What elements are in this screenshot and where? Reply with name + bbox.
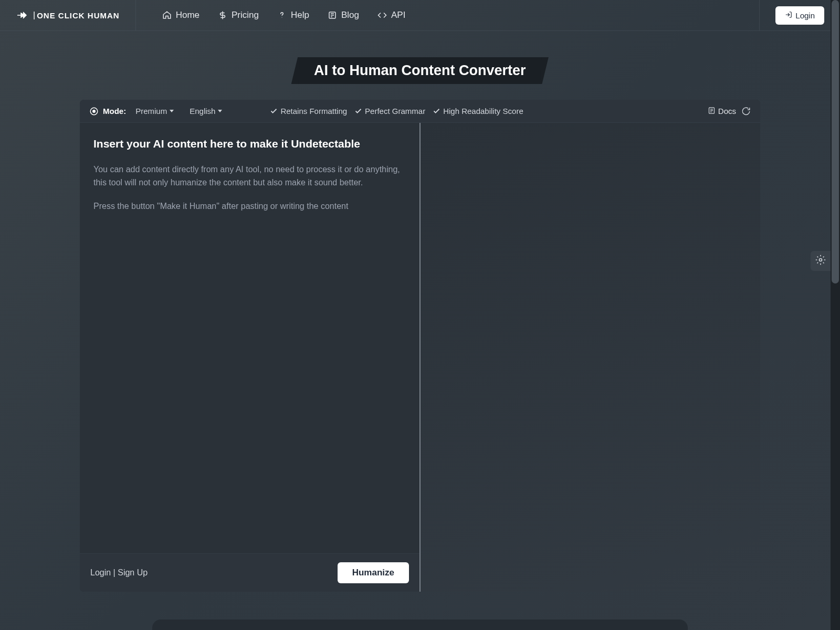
- refresh-button[interactable]: [741, 107, 751, 116]
- auth-separator: |: [113, 568, 118, 577]
- scrollbar-thumb[interactable]: [832, 0, 839, 284]
- mode-dropdown[interactable]: Premium: [132, 105, 177, 117]
- home-icon: [162, 10, 172, 20]
- nav-blog[interactable]: Blog: [328, 10, 359, 20]
- dollar-icon: [218, 10, 227, 20]
- check-icon: [433, 107, 440, 115]
- toolbar-left: Mode: Premium English: [89, 105, 225, 117]
- docs-label: Docs: [718, 107, 736, 116]
- page-title-text: AI to Human Content Converter: [314, 62, 526, 79]
- login-arrow-icon: [785, 11, 792, 20]
- humanize-button[interactable]: Humanize: [338, 562, 409, 583]
- editor-heading: Insert your AI content here to make it U…: [93, 138, 406, 150]
- nav-api[interactable]: API: [377, 10, 405, 20]
- logo-text: ONE CLICK HUMAN: [37, 11, 120, 20]
- nav-help[interactable]: Help: [277, 10, 309, 20]
- logo-icon: [16, 9, 28, 22]
- footer-login-link[interactable]: Login: [90, 568, 111, 577]
- logo-divider: |: [33, 10, 35, 20]
- editor-output-panel: [421, 123, 760, 592]
- language-dropdown[interactable]: English: [186, 105, 225, 117]
- check-icon: [354, 107, 362, 115]
- language-value: English: [190, 107, 215, 116]
- page-title: AI to Human Content Converter: [298, 57, 542, 84]
- page-title-wrap: AI to Human Content Converter: [0, 31, 840, 100]
- check-icon: [270, 107, 278, 115]
- editor-container: Mode: Premium English Retains Formatting: [80, 100, 760, 592]
- nav-blog-label: Blog: [341, 10, 359, 20]
- mode-value: Premium: [135, 107, 167, 116]
- nav-help-label: Help: [291, 10, 309, 20]
- login-section: Login: [759, 0, 840, 30]
- docs-link[interactable]: Docs: [708, 107, 736, 116]
- editor-footer: Login | Sign Up Humanize: [80, 553, 419, 592]
- editor-paragraph-2: Press the button "Make it Human" after p…: [93, 200, 406, 213]
- nav-api-label: API: [391, 10, 405, 20]
- footer-signup-link[interactable]: Sign Up: [118, 568, 148, 577]
- editor-body: Insert your AI content here to make it U…: [80, 123, 760, 592]
- settings-tab[interactable]: [811, 251, 831, 271]
- scrollbar-track[interactable]: [831, 0, 840, 630]
- login-button[interactable]: Login: [775, 6, 824, 25]
- caret-down-icon: [218, 110, 222, 112]
- toolbar-right: Docs: [708, 107, 751, 116]
- editor-input-panel: Insert your AI content here to make it U…: [80, 123, 421, 592]
- feature-readability-label: High Readability Score: [443, 107, 523, 116]
- code-icon: [377, 10, 387, 20]
- feature-grammar: Perfect Grammar: [354, 107, 425, 116]
- nav-pricing-label: Pricing: [232, 10, 259, 20]
- svg-point-4: [820, 259, 822, 261]
- logo-section[interactable]: | ONE CLICK HUMAN: [0, 0, 136, 30]
- bottom-section-top: [152, 620, 688, 630]
- help-icon: [277, 10, 287, 20]
- gear-icon: [815, 255, 826, 267]
- feature-formatting-label: Retains Formatting: [280, 107, 347, 116]
- caret-down-icon: [170, 110, 174, 112]
- blog-icon: [328, 10, 337, 20]
- auth-links: Login | Sign Up: [90, 568, 148, 578]
- feature-grammar-label: Perfect Grammar: [365, 107, 425, 116]
- nav-home[interactable]: Home: [162, 10, 200, 20]
- docs-icon: [708, 107, 716, 116]
- nav-home-label: Home: [176, 10, 200, 20]
- nav-links: Home Pricing Help Blog API: [136, 10, 760, 20]
- feature-formatting: Retains Formatting: [270, 107, 347, 116]
- editor-toolbar: Mode: Premium English Retains Formatting: [80, 100, 760, 123]
- target-icon: [89, 107, 99, 116]
- nav-pricing[interactable]: Pricing: [218, 10, 259, 20]
- editor-input-area[interactable]: Insert your AI content here to make it U…: [80, 123, 419, 553]
- svg-point-2: [93, 110, 96, 112]
- mode-label: Mode:: [103, 107, 126, 116]
- toolbar-center: Retains Formatting Perfect Grammar High …: [270, 107, 523, 116]
- login-button-label: Login: [795, 11, 815, 20]
- editor-paragraph-1: You can add content directly from any AI…: [93, 163, 406, 190]
- feature-readability: High Readability Score: [433, 107, 523, 116]
- top-navbar: | ONE CLICK HUMAN Home Pricing Help: [0, 0, 840, 31]
